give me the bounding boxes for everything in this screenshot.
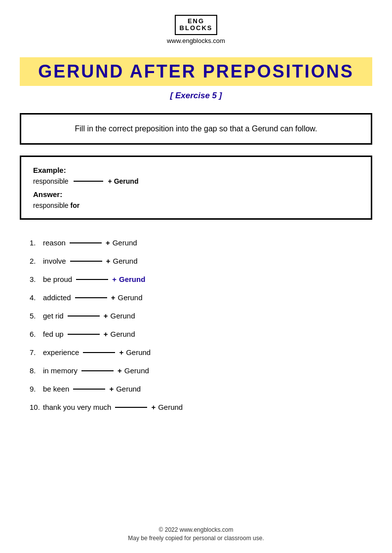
item-gerund: Gerund — [113, 257, 137, 265]
item-prefix: thank you very much — [43, 403, 111, 411]
page: ENG BLOCKS www.engblocks.com GERUND AFTE… — [0, 0, 392, 553]
footer: © 2022 www.engblocks.com May be freely c… — [128, 497, 264, 543]
exercise-item: 4.addicted+Gerund — [30, 288, 372, 307]
item-gerund: Gerund — [158, 403, 183, 411]
item-number: 9. — [30, 385, 40, 393]
exercise-item: 9.be keen+Gerund — [30, 380, 372, 398]
item-blank — [83, 351, 115, 353]
exercise-item: 1.reason+Gerund — [30, 234, 372, 252]
item-prefix: addicted — [43, 293, 71, 302]
answer-line: responsible for — [33, 201, 359, 209]
logo-eng: ENG — [180, 18, 213, 25]
exercise-item: 6.fed up+Gerund — [30, 325, 372, 343]
exercise-list: 1.reason+Gerund2.involve+Gerund3.be prou… — [20, 234, 372, 416]
item-prefix: experience — [43, 348, 79, 356]
item-number: 10. — [30, 403, 40, 411]
item-blank — [70, 260, 102, 262]
item-plus: + — [109, 385, 114, 393]
item-prefix: in memory — [43, 366, 78, 375]
item-number: 1. — [30, 238, 40, 247]
item-blank — [75, 296, 107, 298]
item-plus: + — [104, 330, 108, 338]
item-gerund: Gerund — [110, 312, 135, 320]
item-prefix: involve — [43, 257, 66, 265]
item-blank — [115, 406, 147, 408]
answer-word: responsible — [33, 201, 69, 209]
example-word: responsible — [33, 177, 69, 185]
item-prefix: reason — [43, 238, 66, 247]
item-gerund: Gerund — [124, 366, 149, 375]
logo-area: ENG BLOCKS www.engblocks.com — [167, 15, 225, 54]
exercise-item: 8.in memory+Gerund — [30, 361, 372, 380]
item-gerund: Gerund — [113, 238, 137, 247]
item-blank — [76, 278, 108, 280]
item-plus: + — [106, 238, 110, 247]
footer-line2: May be freely copied for personal or cla… — [128, 535, 264, 542]
item-plus: + — [118, 366, 122, 375]
website: www.engblocks.com — [167, 37, 225, 44]
item-prefix: be keen — [43, 385, 69, 393]
footer-line1: © 2022 www.engblocks.com — [128, 526, 264, 533]
item-plus: + — [112, 275, 117, 283]
item-plus: + — [111, 293, 116, 302]
item-prefix: get rid — [43, 312, 64, 320]
logo-box: ENG BLOCKS — [175, 15, 218, 35]
item-blank — [81, 369, 114, 371]
item-plus: + — [151, 403, 156, 411]
exercise-item: 5.get rid+Gerund — [30, 307, 372, 325]
item-number: 2. — [30, 257, 40, 265]
item-gerund: Gerund — [116, 385, 141, 393]
item-prefix: fed up — [43, 330, 64, 338]
example-blank — [74, 181, 103, 182]
exercise-item: 3.be proud+Gerund — [30, 270, 372, 288]
item-plus: + — [104, 312, 108, 320]
item-prefix: be proud — [43, 275, 72, 283]
example-line: responsible + Gerund — [33, 177, 359, 185]
exercise-item: 7.experience+Gerund — [30, 343, 372, 361]
example-label: Example: — [33, 166, 359, 174]
item-number: 6. — [30, 330, 40, 338]
item-plus: + — [119, 348, 123, 356]
item-gerund: Gerund — [110, 330, 135, 338]
item-number: 3. — [30, 275, 40, 283]
example-box: Example: responsible + Gerund Answer: re… — [20, 156, 372, 220]
item-blank — [70, 241, 102, 243]
item-gerund: Gerund — [119, 275, 145, 283]
exercise-item: 2.involve+Gerund — [30, 252, 372, 270]
instruction-box: Fill in the correct preposition into the… — [20, 113, 372, 145]
answer-label: Answer: — [33, 190, 359, 198]
item-number: 4. — [30, 293, 40, 302]
item-plus: + — [106, 257, 111, 265]
answer-for: for — [71, 201, 80, 209]
item-number: 8. — [30, 366, 40, 375]
item-number: 5. — [30, 312, 40, 320]
item-blank — [68, 315, 100, 316]
main-title: GERUND AFTER PREPOSITIONS — [20, 57, 372, 86]
example-plus-gerund: + Gerund — [108, 177, 139, 185]
item-gerund: Gerund — [126, 348, 151, 356]
subtitle: [ Exercise 5 ] — [170, 91, 222, 101]
item-number: 7. — [30, 348, 40, 356]
exercise-item: 10.thank you very much+Gerund — [30, 398, 372, 416]
logo-blocks: BLOCKS — [180, 25, 213, 32]
item-blank — [68, 333, 100, 335]
item-gerund: Gerund — [118, 293, 142, 302]
instruction-text: Fill in the correct preposition into the… — [75, 124, 317, 133]
item-blank — [73, 388, 105, 390]
